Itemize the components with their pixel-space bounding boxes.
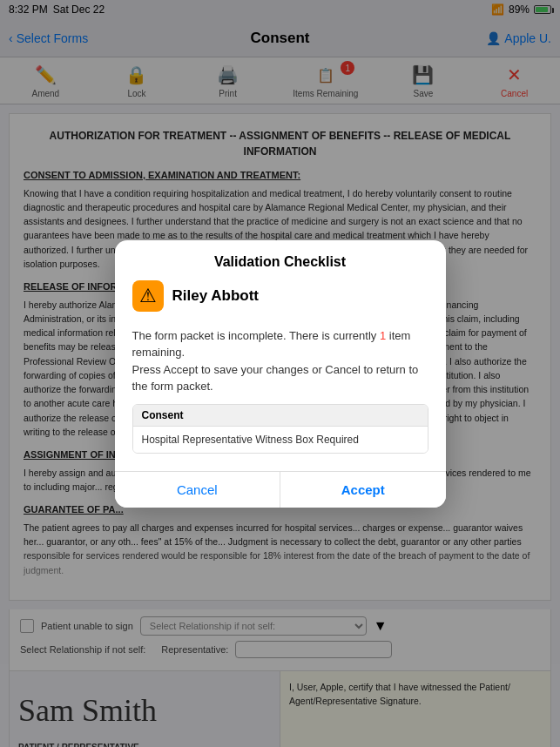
modal-count: 1: [380, 329, 386, 342]
modal-section: Consent Hospital Representative Witness …: [132, 404, 428, 454]
modal-title: Validation Checklist: [132, 254, 428, 270]
modal-user-row: ⚠ Riley Abbott: [132, 280, 428, 312]
modal-body: The form packet is incomplete. There is …: [115, 327, 446, 471]
modal-user-name: Riley Abbott: [172, 287, 259, 305]
modal-accept-button[interactable]: Accept: [280, 472, 446, 508]
modal-instruction: Press Accept to save your changes or Can…: [132, 363, 419, 394]
modal-cancel-button[interactable]: Cancel: [115, 472, 281, 508]
modal-overlay: Validation Checklist ⚠ Riley Abbott The …: [0, 0, 560, 747]
validation-modal: Validation Checklist ⚠ Riley Abbott The …: [115, 240, 446, 508]
modal-section-header: Consent: [133, 405, 428, 427]
modal-section-item: Hospital Representative Witness Box Requ…: [133, 427, 428, 453]
modal-description: The form packet is incomplete. There is …: [132, 327, 428, 395]
modal-actions: Cancel Accept: [115, 471, 446, 508]
modal-header: Validation Checklist ⚠ Riley Abbott: [115, 240, 446, 327]
modal-desc-text: The form packet is incomplete. There is …: [132, 329, 377, 342]
warning-icon: ⚠: [132, 280, 164, 312]
